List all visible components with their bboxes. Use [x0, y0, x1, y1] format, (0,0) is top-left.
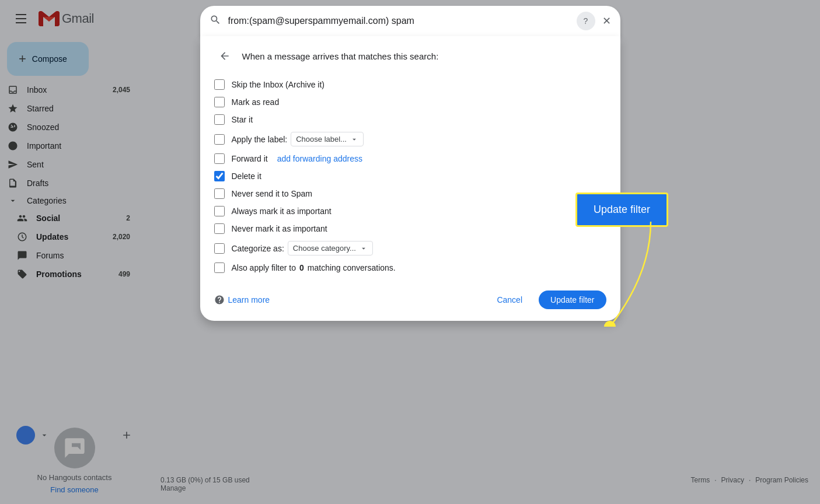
filter-row-also-apply: Also apply filter to 0 matching conversa… — [214, 259, 606, 276]
back-button[interactable] — [214, 46, 235, 66]
delete-it-checkbox[interactable] — [214, 171, 225, 181]
filter-row-always-important: Always mark it as important — [214, 202, 606, 220]
also-apply-checkbox[interactable] — [214, 262, 225, 273]
search-bar: ? ✕ — [200, 6, 620, 36]
filter-footer: Learn more Cancel Update filter — [214, 286, 606, 309]
filter-header-text: When a message arrives that matches this… — [242, 51, 439, 61]
skip-inbox-checkbox[interactable] — [214, 79, 225, 90]
filter-row-star: Star it — [214, 111, 606, 128]
star-it-checkbox[interactable] — [214, 114, 225, 125]
filter-row-apply-label: Apply the label: Choose label... — [214, 128, 606, 150]
always-important-label: Always mark it as important — [232, 206, 332, 216]
mark-as-read-checkbox[interactable] — [214, 97, 225, 107]
learn-more-wrap: Learn more — [214, 295, 270, 305]
forward-it-label: Forward it add forwarding address — [232, 154, 362, 163]
search-close-icon[interactable]: ✕ — [602, 15, 611, 27]
search-icon — [210, 14, 221, 29]
filter-row-forward: Forward it add forwarding address — [214, 150, 606, 167]
filter-panel: When a message arrives that matches this… — [200, 36, 620, 321]
filter-row-never-spam: Never send it to Spam — [214, 185, 606, 202]
cancel-button[interactable]: Cancel — [485, 290, 534, 309]
apply-label-label: Apply the label: Choose label... — [232, 132, 364, 146]
filter-row-never-important: Never mark it as important — [214, 220, 606, 237]
filter-dialog: When a message arrives that matches this… — [0, 36, 820, 321]
search-bar-container: ? ✕ — [0, 6, 820, 36]
forward-it-checkbox[interactable] — [214, 153, 225, 164]
categorize-label: Categorize as: Choose category... — [232, 241, 373, 256]
filter-row-mark-read: Mark as read — [214, 93, 606, 111]
never-spam-checkbox[interactable] — [214, 188, 225, 199]
mark-as-read-label: Mark as read — [232, 97, 280, 107]
never-spam-label: Never send it to Spam — [232, 189, 313, 198]
category-dropdown[interactable]: Choose category... — [288, 241, 373, 256]
update-filter-callout-container: Update filter — [575, 192, 668, 227]
apply-label-checkbox[interactable] — [214, 134, 225, 145]
update-filter-button[interactable]: Update filter — [539, 290, 606, 309]
skip-inbox-label: Skip the Inbox (Archive it) — [232, 80, 325, 89]
search-input[interactable] — [228, 16, 570, 26]
star-it-label: Star it — [232, 115, 253, 124]
help-icon — [214, 295, 225, 305]
label-dropdown[interactable]: Choose label... — [291, 132, 364, 146]
filter-row-categorize: Categorize as: Choose category... — [214, 237, 606, 259]
filter-row-skip-inbox: Skip the Inbox (Archive it) — [214, 76, 606, 93]
search-help-icon[interactable]: ? — [577, 12, 595, 30]
filter-footer-buttons: Cancel Update filter — [485, 290, 606, 309]
never-important-label: Never mark it as important — [232, 224, 327, 233]
also-apply-label: Also apply filter to 0 matching conversa… — [232, 263, 396, 272]
update-filter-callout-button[interactable]: Update filter — [575, 192, 668, 227]
always-important-checkbox[interactable] — [214, 206, 225, 216]
categorize-checkbox[interactable] — [214, 243, 225, 254]
learn-more-link[interactable]: Learn more — [228, 295, 270, 304]
delete-it-label: Delete it — [232, 172, 261, 181]
filter-row-delete: Delete it — [214, 167, 606, 185]
filter-header: When a message arrives that matches this… — [214, 46, 606, 66]
never-important-checkbox[interactable] — [214, 223, 225, 234]
add-forwarding-address-link[interactable]: add forwarding address — [277, 154, 362, 163]
